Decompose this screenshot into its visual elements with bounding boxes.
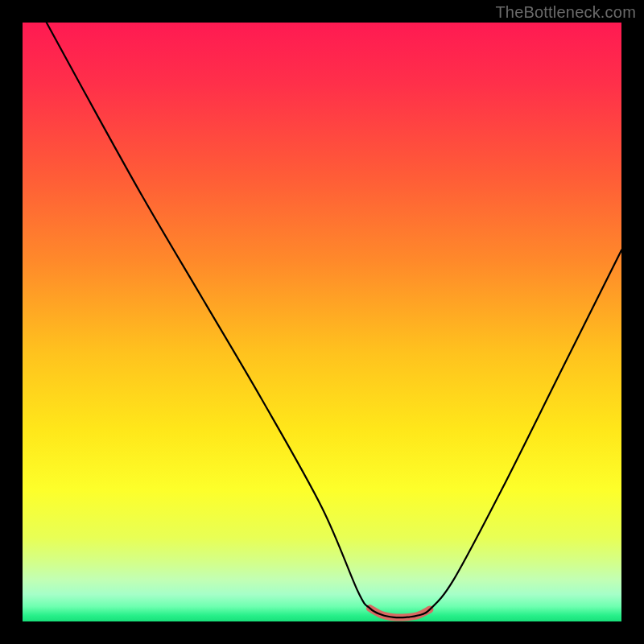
chart-frame: TheBottleneck.com xyxy=(0,0,644,644)
plot-area xyxy=(23,23,621,621)
watermark-text: TheBottleneck.com xyxy=(495,3,636,22)
bottleneck-curve xyxy=(23,23,621,621)
curve-main xyxy=(47,23,621,617)
